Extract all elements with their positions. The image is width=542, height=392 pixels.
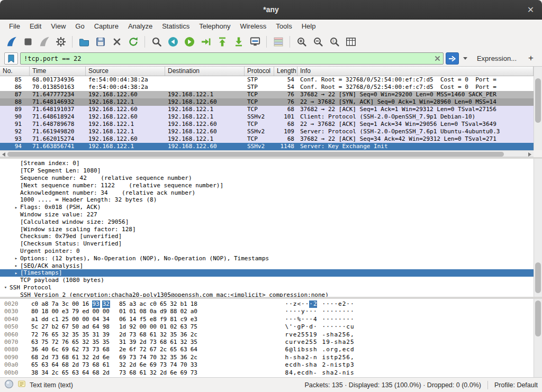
expander-collapsed-icon[interactable]: ▸ xyxy=(12,263,20,268)
colorize-icon[interactable] xyxy=(270,34,286,49)
detail-line[interactable]: Acknowledgment number: 34 (relative ack … xyxy=(0,189,534,196)
reload-icon[interactable] xyxy=(125,34,141,49)
capture-comment-icon[interactable] xyxy=(17,379,26,390)
hex-row-0080[interactable]: 008036406c69627373682e6f72672c6563646@li… xyxy=(0,346,534,353)
close-icon[interactable]: ✕ xyxy=(525,4,537,16)
restart-capture-icon[interactable] xyxy=(36,34,52,49)
hex-row-00b0[interactable]: 00b038342c656364682d736861322d6e697384,e… xyxy=(0,369,534,377)
packet-row-92[interactable]: 9271.661949820192.168.122.1192.168.122.6… xyxy=(0,128,534,135)
zoom-original-icon[interactable]: 1:1 xyxy=(326,34,342,49)
packet-list-vscrollbar[interactable] xyxy=(534,67,542,150)
packet-row-93[interactable]: 9371.662015274192.168.122.60192.168.122.… xyxy=(0,135,534,143)
go-to-packet-icon[interactable] xyxy=(197,34,214,49)
detail-line[interactable]: [TCP Segment Len: 1080] xyxy=(0,167,534,175)
packet-row-88[interactable]: 8871.648146932192.168.122.1192.168.122.6… xyxy=(0,98,534,106)
detail-line[interactable]: TCP payload (1080 bytes) xyxy=(0,277,534,284)
packet-row-86[interactable]: 8670.013850163fe:54:00:d4:38:2aSTP54Conf… xyxy=(0,84,534,91)
hex-vscrollbar[interactable] xyxy=(534,299,542,377)
expander-collapsed-icon[interactable]: ▸ xyxy=(12,270,20,276)
packet-row-91[interactable]: 9171.648789678192.168.122.1192.168.122.6… xyxy=(0,121,534,128)
hex-row-0060[interactable]: 006072766532353531392d7368613235362crve2… xyxy=(0,331,534,339)
expression-button[interactable]: Expression... xyxy=(472,54,522,62)
expander-collapsed-icon[interactable]: ▸ xyxy=(12,256,20,261)
scroll-right-icon[interactable] xyxy=(528,152,531,157)
detail-line[interactable]: ▸Options: (12 bytes), No-Operation (NOP)… xyxy=(0,254,534,262)
capture-options-icon[interactable] xyxy=(52,34,69,49)
details-vscrollbar[interactable] xyxy=(534,159,542,297)
column-header-length[interactable]: Length xyxy=(274,67,297,76)
packet-row-87[interactable]: 8771.647777234192.168.122.60192.168.122.… xyxy=(0,91,534,98)
detail-line[interactable]: Checksum: 0x79ed [unverified] xyxy=(0,233,534,240)
hex-row-0050[interactable]: 00505c27b26750ad64981d92000001026375\'·g… xyxy=(0,323,534,331)
hex-row-0070[interactable]: 0070637572766532353531392d7368613235curv… xyxy=(0,339,534,346)
filter-dropdown-icon[interactable] xyxy=(461,52,469,65)
packet-list-hscroll-thumb[interactable] xyxy=(7,152,504,157)
detail-line[interactable]: [Next sequence number: 1122 (relative se… xyxy=(0,181,534,189)
detail-line[interactable]: 1000 .... = Header Length: 32 bytes (8) xyxy=(0,196,534,204)
packet-list-vscroll-thumb[interactable] xyxy=(535,78,541,123)
zoom-out-icon[interactable] xyxy=(310,34,326,49)
detail-line[interactable]: Urgent pointer: 0 xyxy=(0,248,534,255)
resize-columns-icon[interactable] xyxy=(342,34,359,49)
column-header-destination[interactable]: Destination xyxy=(165,67,245,76)
menu-capture[interactable]: Capture xyxy=(89,20,123,32)
detail-line[interactable]: Window size value: 227 xyxy=(0,211,534,218)
menu-file[interactable]: File xyxy=(4,20,25,32)
detail-line[interactable]: Sequence number: 42 (relative sequence n… xyxy=(0,175,534,182)
detail-line[interactable]: [Window size scaling factor: 128] xyxy=(0,225,534,233)
menu-analyze[interactable]: Analyze xyxy=(123,20,157,32)
menu-wireless[interactable]: Wireless xyxy=(235,20,271,32)
hex-row-0020[interactable]: 0020c0a87a3c0016933285a3acc06532b118··z<… xyxy=(0,300,534,308)
open-file-icon[interactable] xyxy=(76,34,92,49)
close-file-icon[interactable] xyxy=(109,34,125,49)
column-header-time[interactable]: Time xyxy=(30,67,86,76)
filter-bookmark-icon[interactable] xyxy=(4,52,18,65)
packet-row-94[interactable]: 9471.663856741192.168.122.1192.168.122.6… xyxy=(0,143,534,150)
filter-clear-icon[interactable] xyxy=(432,53,443,64)
expander-expanded-icon[interactable]: ▾ xyxy=(2,285,10,290)
expert-info-icon[interactable] xyxy=(4,379,14,390)
status-profile[interactable]: Profile: Default xyxy=(494,381,538,389)
menu-statistics[interactable]: Statistics xyxy=(157,20,194,32)
filter-input[interactable] xyxy=(21,55,432,62)
menu-edit[interactable]: Edit xyxy=(25,20,46,32)
go-forward-icon[interactable] xyxy=(181,34,197,49)
titlebar[interactable]: *any ✕ xyxy=(0,0,542,20)
detail-line[interactable]: ▸[SEQ/ACK analysis] xyxy=(0,262,534,269)
menu-view[interactable]: View xyxy=(46,20,70,32)
detail-line[interactable]: ▸[Timestamps] xyxy=(0,269,534,277)
auto-scroll-icon[interactable] xyxy=(247,34,263,49)
filter-apply-icon[interactable] xyxy=(446,52,459,65)
detail-line[interactable]: ▾SSH Protocol xyxy=(0,284,534,291)
go-back-icon[interactable] xyxy=(165,34,181,49)
go-first-icon[interactable] xyxy=(214,34,230,49)
menu-go[interactable]: Go xyxy=(70,20,89,32)
details-vscroll-thumb[interactable] xyxy=(535,262,541,293)
column-header-info[interactable]: Info xyxy=(297,67,534,76)
column-header-protocol[interactable]: Protocol xyxy=(245,67,274,76)
stop-capture-icon[interactable] xyxy=(20,34,36,49)
column-header-source[interactable]: Source xyxy=(86,67,165,76)
hex-row-0040[interactable]: 0040a1ddc125000004340614f5e8f981c9e3···%… xyxy=(0,316,534,323)
expander-collapsed-icon[interactable]: ▸ xyxy=(12,205,20,210)
detail-line[interactable]: SSH Version 2 (encryption:chacha20-poly1… xyxy=(0,291,534,297)
detail-line[interactable]: [Calculated window size: 29056] xyxy=(0,218,534,225)
packet-row-90[interactable]: 9071.648618924192.168.122.60192.168.122.… xyxy=(0,113,534,121)
start-capture-icon[interactable] xyxy=(3,34,20,49)
packet-row-89[interactable]: 8971.648191037192.168.122.60192.168.122.… xyxy=(0,106,534,113)
packet-row-85[interactable]: 8568.001734936fe:54:00:d4:38:2aSTP54Conf… xyxy=(0,76,534,84)
hex-row-0090[interactable]: 0090682d736861322d6e697374703235362ch-sh… xyxy=(0,354,534,361)
scroll-left-icon[interactable] xyxy=(2,152,5,157)
hex-vscroll-thumb[interactable] xyxy=(535,300,541,336)
menu-tools[interactable]: Tools xyxy=(271,20,296,32)
detail-line[interactable]: ▸Flags: 0x018 (PSH, ACK) xyxy=(0,204,534,211)
detail-line[interactable]: [Checksum Status: Unverified] xyxy=(0,240,534,248)
column-header-no[interactable]: No. xyxy=(0,67,30,76)
find-packet-icon[interactable] xyxy=(148,34,165,49)
hex-row-00a0[interactable]: 00a0656364682d736861322d6e6973747033ecdh… xyxy=(0,361,534,369)
go-last-icon[interactable] xyxy=(230,34,247,49)
menu-help[interactable]: Help xyxy=(297,20,321,32)
filter-add-button[interactable]: + xyxy=(524,53,538,65)
packet-list-hscrollbar[interactable] xyxy=(0,150,534,157)
save-file-icon[interactable] xyxy=(92,34,109,49)
